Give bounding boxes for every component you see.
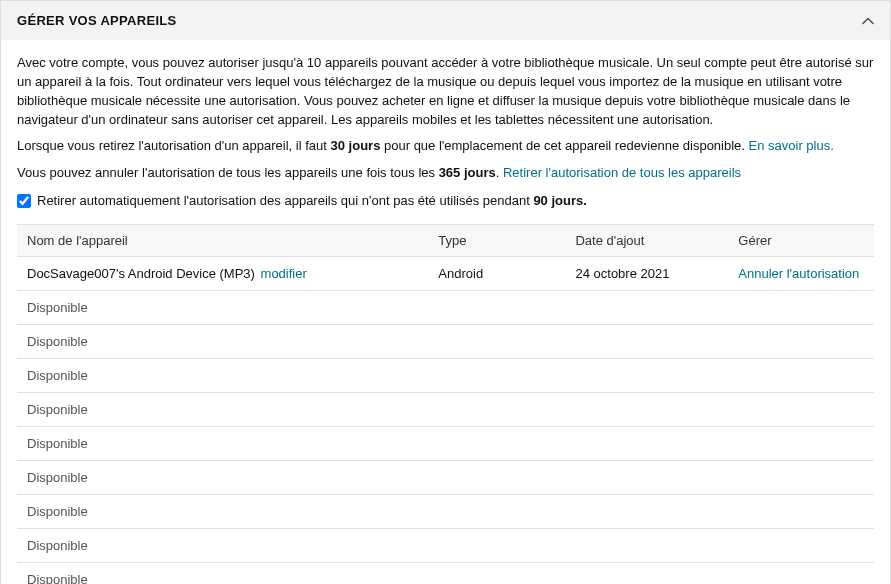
available-slot: Disponible [17,393,874,427]
available-slot: Disponible [17,529,874,563]
auto-remove-label: Retirer automatiquement l'autorisation d… [37,193,587,208]
available-row: Disponible [17,291,874,325]
header-type: Type [428,225,565,257]
available-row: Disponible [17,325,874,359]
available-slot: Disponible [17,563,874,584]
available-row: Disponible [17,529,874,563]
learn-more-link[interactable]: En savoir plus. [749,138,834,153]
panel-header[interactable]: GÉRER VOS APPAREILS [1,1,890,40]
auto-remove-row: Retirer automatiquement l'autorisation d… [17,193,874,208]
available-row: Disponible [17,427,874,461]
available-row: Disponible [17,359,874,393]
available-slot: Disponible [17,495,874,529]
available-row: Disponible [17,393,874,427]
intro-paragraph-3: Vous pouvez annuler l'autorisation de to… [17,164,874,183]
intro-paragraph-2: Lorsque vous retirez l'autorisation d'un… [17,137,874,156]
available-row: Disponible [17,461,874,495]
available-row: Disponible [17,495,874,529]
manage-devices-panel: GÉRER VOS APPAREILS Avec votre compte, v… [0,0,891,584]
device-row: DocSavage007's Android Device (MP3) modi… [17,257,874,291]
panel-title: GÉRER VOS APPAREILS [17,13,177,28]
available-slot: Disponible [17,291,874,325]
device-date-cell: 24 octobre 2021 [565,257,728,291]
available-row: Disponible [17,563,874,584]
intro-paragraph-1: Avec votre compte, vous pouvez autoriser… [17,54,874,129]
device-name: DocSavage007's Android Device (MP3) [27,266,255,281]
deauthorize-all-link[interactable]: Retirer l'autorisation de tous les appar… [503,165,741,180]
available-slot: Disponible [17,427,874,461]
devices-table: Nom de l'appareil Type Date d'ajout Gére… [17,224,874,584]
available-slot: Disponible [17,359,874,393]
header-manage: Gérer [728,225,874,257]
available-slot: Disponible [17,461,874,495]
device-type-cell: Android [428,257,565,291]
table-header-row: Nom de l'appareil Type Date d'ajout Gére… [17,225,874,257]
chevron-up-icon [862,15,874,27]
intro-text: Avec votre compte, vous pouvez autoriser… [17,54,874,183]
device-name-cell: DocSavage007's Android Device (MP3) modi… [17,257,428,291]
header-date: Date d'ajout [565,225,728,257]
auto-remove-checkbox[interactable] [17,194,31,208]
available-slot: Disponible [17,325,874,359]
panel-body: Avec votre compte, vous pouvez autoriser… [1,40,890,584]
modify-device-link[interactable]: modifier [261,266,307,281]
device-manage-cell: Annuler l'autorisation [728,257,874,291]
header-name: Nom de l'appareil [17,225,428,257]
deauthorize-device-link[interactable]: Annuler l'autorisation [738,266,859,281]
